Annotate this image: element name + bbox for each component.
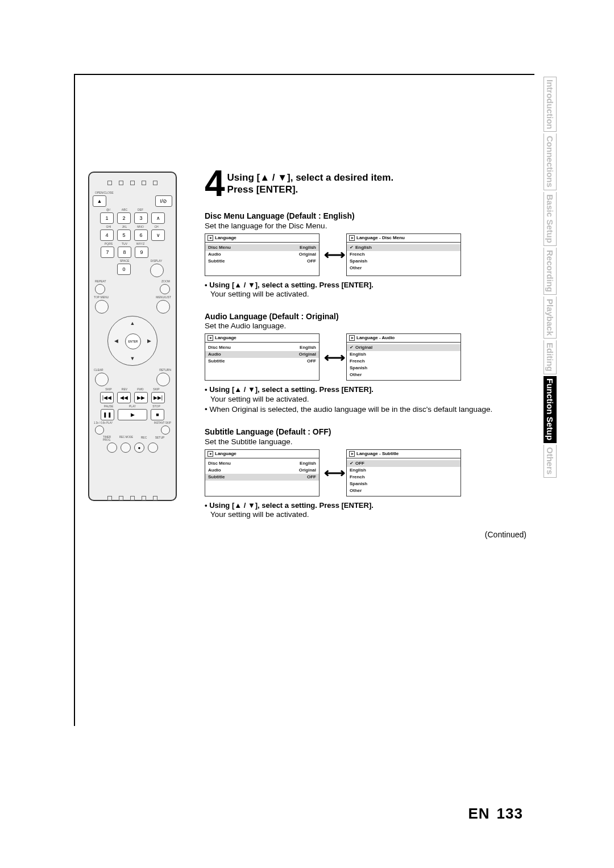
subtitle-bullet: • Using [▲ / ▼], select a setting. Press…	[205, 501, 529, 510]
subtitle-heading: Subtitle Language (Default : OFF)	[205, 427, 529, 437]
audio-desc: Set the Audio language.	[205, 322, 529, 331]
btn-eject[interactable]: ▲	[93, 195, 106, 207]
btn-6[interactable]: 6	[134, 229, 148, 241]
btn-power[interactable]: I/⊘	[155, 195, 172, 207]
row-label: Audio	[208, 468, 221, 473]
tab-connections[interactable]: Connections	[544, 133, 557, 190]
opt: French	[350, 358, 365, 364]
lbl-rec: REC	[138, 436, 150, 441]
row-val: Original	[299, 468, 316, 473]
tab-function-setup[interactable]: Function Setup	[544, 376, 557, 443]
check-icon	[350, 345, 354, 350]
disc-heading: Disc Menu Language (Default : English)	[205, 211, 529, 222]
btn-ch-down[interactable]: ∨	[151, 229, 165, 241]
lbl-timer: TIMER PROG.	[99, 436, 115, 441]
play-icon	[349, 235, 355, 241]
btn-enter[interactable]: ENTER	[125, 333, 141, 349]
opt: English	[350, 352, 366, 357]
lbl-clear: CLEAR	[94, 368, 103, 372]
opt: Spanish	[350, 481, 367, 487]
btn-fwd[interactable]: ▶▶	[134, 392, 148, 403]
btn-pause[interactable]: ❚❚	[101, 409, 114, 420]
tab-basic-setup[interactable]: Basic Setup	[544, 192, 557, 246]
btn-menulist[interactable]	[156, 300, 170, 314]
screen-title: Language - Audio	[356, 335, 395, 341]
btn-instant[interactable]	[161, 425, 170, 435]
audio-screen-left: Language Disc MenuEnglish AudioOriginal …	[205, 333, 320, 381]
tab-editing[interactable]: Editing	[544, 340, 557, 374]
tab-recording[interactable]: Recording	[544, 248, 557, 295]
lbl-speed: 1.3x / 0.8x PLAY	[94, 422, 113, 424]
audio-heading: Audio Language (Default : Original)	[205, 312, 529, 322]
lbl-space: SPACE	[118, 259, 131, 262]
btn-skip-back[interactable]: |◀◀	[100, 392, 114, 403]
dpad-down[interactable]: ▼	[127, 353, 138, 364]
opt: English	[355, 245, 372, 251]
btn-topmenu[interactable]	[95, 300, 109, 314]
check-icon	[350, 461, 354, 466]
btn-5[interactable]: 5	[117, 229, 131, 241]
btn-ch-up[interactable]: ∧	[151, 212, 165, 224]
lbl-rev: REV	[118, 387, 131, 391]
opt: French	[350, 474, 365, 480]
dpad-up[interactable]: ▲	[127, 318, 138, 328]
btn-stop[interactable]: ■	[151, 409, 164, 420]
tab-introduction[interactable]: Introduction	[544, 77, 557, 132]
tab-playback[interactable]: Playback	[544, 297, 557, 339]
opt: OFF	[355, 461, 364, 466]
row-val: OFF	[307, 358, 316, 364]
lbl-stop: STOP	[150, 404, 163, 408]
opt: French	[350, 252, 365, 257]
screen-title: Language	[215, 335, 237, 341]
row-label: Subtitle	[208, 258, 225, 264]
btn-play[interactable]: ▶	[118, 409, 147, 420]
btn-8[interactable]: 8	[118, 247, 131, 258]
btn-skip-fwd[interactable]: ▶▶|	[151, 392, 165, 403]
btn-rec[interactable]: ●	[134, 443, 144, 453]
btn-return[interactable]	[156, 373, 170, 386]
lbl-abc: ABC	[118, 208, 131, 211]
audio-bullet: • Using [▲ / ▼], select a setting. Press…	[205, 385, 529, 394]
row-val: Original	[299, 352, 316, 357]
check-icon	[350, 245, 354, 251]
remote-control: OPEN/CLOSE ▲ I/⊘ @/:ABCDEF 1 2 3 ∧ GHIJK…	[88, 172, 177, 501]
opt: Spanish	[350, 365, 367, 371]
lbl-skip1: SKIP	[102, 387, 115, 391]
step-line2: Press [ENTER].	[227, 183, 394, 195]
lbl-zoom: ZOOM	[161, 279, 170, 283]
row-val: OFF	[307, 474, 316, 480]
lbl-tuv: TUV	[118, 242, 131, 245]
row-label: Audio	[208, 252, 221, 257]
btn-setup[interactable]	[148, 443, 158, 453]
btn-zoom[interactable]	[160, 284, 170, 294]
lbl-ch: CH	[150, 225, 163, 228]
btn-4[interactable]: 4	[100, 229, 114, 241]
btn-0[interactable]: 0	[117, 264, 131, 275]
row-label: Disc Menu	[208, 461, 231, 466]
btn-2[interactable]: 2	[117, 212, 131, 224]
btn-recmode[interactable]	[121, 443, 131, 453]
btn-clear[interactable]	[95, 373, 109, 386]
btn-rev[interactable]: ◀◀	[117, 392, 131, 403]
screen-title: Language - Subtitle	[356, 451, 399, 457]
btn-display[interactable]	[150, 264, 164, 277]
tab-others[interactable]: Others	[544, 445, 557, 477]
lbl-skip2: SKIP	[150, 387, 163, 391]
btn-repeat[interactable]	[95, 284, 105, 294]
play-icon	[208, 235, 213, 241]
btn-1[interactable]: 1	[100, 212, 114, 224]
row-label: Disc Menu	[208, 245, 231, 251]
dpad-right[interactable]: ▶	[144, 336, 154, 346]
btn-7[interactable]: 7	[101, 247, 114, 258]
btn-3[interactable]: 3	[134, 212, 148, 224]
btn-timer[interactable]	[107, 443, 117, 453]
btn-9[interactable]: 9	[135, 247, 148, 258]
lbl-at: @/:	[102, 208, 115, 211]
page-lang: EN	[468, 805, 489, 822]
lbl-fwd: FWD	[134, 387, 147, 391]
lbl-topmenu: TOP MENU	[94, 295, 109, 299]
opt: Other	[350, 488, 362, 494]
dpad-left[interactable]: ◀	[111, 336, 121, 346]
btn-speed[interactable]	[95, 425, 104, 435]
lbl-repeat: REPEAT	[95, 279, 106, 283]
